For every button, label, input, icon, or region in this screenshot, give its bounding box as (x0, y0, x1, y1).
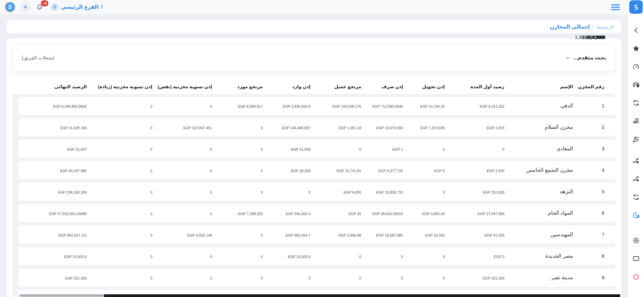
notifications-button[interactable]: +9 (36, 3, 44, 11)
settings-gear-icon[interactable] (632, 237, 640, 244)
sync-icon-2[interactable] (632, 193, 640, 201)
table-row[interactable]: 3المعادى00001EGP 10018EGP 21,00800000017… (18, 140, 615, 158)
collapse-chevron-icon[interactable] (632, 27, 640, 34)
warehouse-name-cell: مصر الجديدة (508, 247, 576, 265)
menu-icon[interactable] (611, 4, 620, 10)
table-row[interactable]: 4مخزن التجمع الخامس300EGP 2,5005EGP 571E… (18, 161, 615, 179)
egp-value: 0 (93, 255, 152, 259)
value-cell: 7EGP 18,587.985 (364, 226, 406, 244)
column-header[interactable]: إذن وارد (266, 80, 314, 93)
value-cell: 300EGP 2,500 (448, 161, 508, 179)
value-cell: 4,292EGP 4,151,152 (448, 97, 508, 115)
value-cell: 5EGP 10.335 (406, 226, 448, 244)
warehouses-table-wrap: رقم المخزنالإسمرصيد أول المدةإذن تحويلإذ… (13, 77, 615, 297)
column-header[interactable]: رقم المخزن (576, 80, 615, 93)
warehouse-number-cell: 6 (576, 204, 615, 222)
favorites-star-icon[interactable] (632, 45, 640, 52)
egp-value: 0 (219, 126, 263, 130)
table-row[interactable]: 8مصر الجديدة300EGP 00000005EGP 10,003.90… (18, 247, 615, 265)
app-logo[interactable] (629, 0, 643, 14)
table-row[interactable]: 9مدينة نصر55EGP 201,3500000000000000055E… (18, 268, 615, 287)
warehouse-name-cell: المواد الخام (508, 204, 576, 222)
value-cell: 106EGP 21,628.156 (18, 118, 90, 136)
egp-value: EGP 1,051.18 (317, 126, 361, 130)
value-cell: 7EGP 19,839.716 (364, 183, 406, 201)
egp-value: 0 (368, 255, 403, 259)
workflow-icon-2[interactable] (632, 175, 640, 183)
egp-value: EGP 4,800.04 (410, 212, 445, 216)
egp-value: EGP 21,008 (269, 147, 310, 151)
column-header[interactable]: إذن صرف (364, 80, 406, 93)
egp-value: EGP 104,038.176 (317, 104, 361, 108)
value-cell: 13EGP 1,051.18 (314, 118, 364, 136)
window-icon[interactable] (632, 255, 640, 262)
table-row[interactable]: 6المواد الخام1,803,150EGP 27,047,950250E… (18, 204, 615, 222)
column-header[interactable]: إذن تحويل (406, 80, 448, 93)
horizontal-scrollbar-thumb[interactable] (19, 294, 104, 297)
branch-breadcrumb[interactable]: 1 الفرع الرئيسي / (51, 3, 103, 11)
brand-logo-circle[interactable]: S (5, 2, 15, 12)
value-cell: 21EGP 15,741.81 (314, 161, 364, 179)
column-header[interactable]: الرصيد النهائى (18, 80, 90, 93)
reports-pie-chart-icon[interactable] (632, 211, 640, 219)
egp-value: 0 (219, 255, 263, 259)
egp-value: EGP 48,833.69015 (368, 212, 403, 216)
column-header[interactable]: إذن تسوية مخزنية (زيادة) (90, 80, 156, 93)
egp-value: 0 (93, 104, 152, 108)
egp-value: 0 (93, 276, 152, 280)
warehouse-number-cell: 4 (576, 161, 615, 179)
egp-value: 0 (93, 212, 152, 216)
main-content: الرئيسية / إجمالى المخازن بحث متقدم... (… (0, 14, 628, 297)
table-row[interactable]: 7المهندسين11EGP 41,0005EGP 10.3357EGP 18… (18, 226, 615, 244)
value-cell: 120EGP 252,000 (448, 183, 508, 201)
column-header[interactable]: مرتجع مورد (215, 80, 266, 93)
column-header[interactable]: الإسم (508, 80, 576, 93)
value-cell: 1,803,150EGP 27,047,950 (448, 204, 508, 222)
warehouse-name-cell: مخزن التجمع الخامس (508, 161, 576, 179)
horizontal-scrollbar-track[interactable] (104, 294, 620, 297)
value-cell: 38EGP 10,673.565 (364, 118, 406, 136)
topbar-right (611, 4, 620, 10)
value-cell: 31EGP 8,999.817 (215, 97, 266, 115)
invoice-money-icon[interactable] (632, 117, 640, 125)
value-cell: 00 (406, 140, 448, 158)
value-cell: 125EGP 107,847.451 (156, 118, 215, 136)
handtruck-icon[interactable] (632, 135, 640, 143)
column-header[interactable]: مرتجع عميل (314, 80, 364, 93)
column-header[interactable]: رصيد أول المدة (448, 80, 508, 93)
egp-value: 0 (159, 190, 212, 194)
egp-value: EGP 45 (317, 212, 361, 216)
table-row[interactable]: 2مخزن السلام103EGP 2,00314EGP 7,373.6953… (18, 118, 615, 136)
value-cell: 2EGP 2,945.88 (314, 226, 364, 244)
egp-value: 0 (219, 276, 263, 280)
value-cell: 114EGP 238,160.284 (18, 183, 90, 201)
topbar: S + +9 1 الفرع الرئيسي / (0, 0, 644, 14)
warehouse-icon[interactable] (632, 81, 640, 89)
add-button[interactable]: + (20, 2, 31, 12)
table-row[interactable]: 1الدقى4,292EGP 4,151,15225EGP 14,140.321… (18, 97, 615, 115)
table-row[interactable]: 5النزهة120EGP 252,000007EGP 19,839.7161E… (18, 183, 615, 201)
egp-value: EGP 14,140.32 (410, 104, 445, 108)
advanced-search-toggle[interactable]: بحث متقدم... (565, 55, 606, 61)
value-cell: 5EGP 5 (406, 161, 448, 179)
sync-icon[interactable] (632, 99, 640, 107)
value-cell: 5EGP 10,003.9 (266, 247, 314, 265)
egp-value: EGP 144,468.687 (269, 126, 310, 130)
egp-value: EGP 2,500 (451, 169, 504, 173)
egp-value: 0 (410, 190, 445, 194)
workflow-icon[interactable] (632, 157, 640, 165)
egp-value: EGP 41,000 (451, 233, 504, 237)
egp-value: EGP 18,587.985 (368, 233, 403, 237)
egp-value: EGP 0 (451, 255, 504, 259)
value-cell: 00 (90, 118, 156, 136)
power-icon[interactable] (632, 273, 640, 281)
value-cell: 00 (406, 268, 448, 287)
dashboard-gauge-icon[interactable] (632, 63, 640, 70)
value-cell: 00 (156, 161, 215, 179)
egp-value: EGP 10.335 (410, 233, 445, 237)
egp-value: 0 (93, 233, 152, 237)
column-header[interactable]: إذن تسوية مخزنية (نقص) (156, 80, 215, 93)
egp-value: EGP 19,839.716 (368, 190, 403, 194)
egp-value: 0 (219, 169, 263, 173)
value-cell: 00 (90, 97, 156, 115)
